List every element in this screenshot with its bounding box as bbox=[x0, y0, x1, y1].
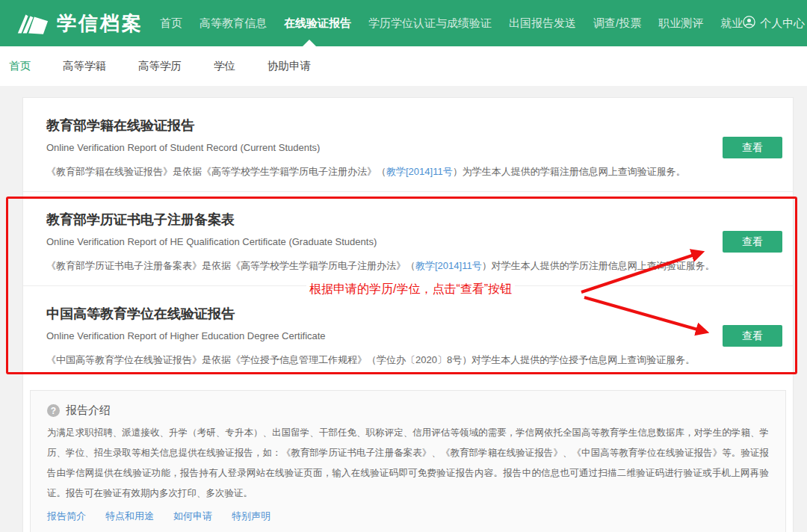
regulation-link[interactable]: 教学[2014]11号 bbox=[386, 166, 453, 177]
report-description: 《中国高等教育学位在线验证报告》是依据《学位授予信息管理工作规程》（学位办〔20… bbox=[46, 353, 782, 366]
report-subtitle-en: Online Verification Report of Student Re… bbox=[46, 142, 782, 154]
sub-nav-student-record[interactable]: 高等学籍 bbox=[63, 59, 106, 73]
active-tab-notch bbox=[303, 40, 316, 46]
sub-nav-degree[interactable]: 学位 bbox=[214, 59, 235, 73]
desc-text: 《中国高等教育学位在线验证报告》是依据《学位授予信息管理工作规程》（学位办〔20… bbox=[46, 354, 695, 365]
report-subtitle-en: Online Verification Report of Higher Edu… bbox=[46, 330, 782, 342]
brand-name: 学信档案 bbox=[57, 10, 143, 37]
intro-paragraph: 为满足求职招聘、派遣接收、升学（考研、专升本）、出国留学、干部任免、职称评定、信… bbox=[47, 423, 769, 504]
regulation-link[interactable]: 教学[2014]11号 bbox=[415, 260, 482, 271]
sub-nav-home[interactable]: 首页 bbox=[9, 59, 31, 73]
top-nav-home[interactable]: 首页 bbox=[160, 16, 182, 31]
report-qualification-certificate: 教育部学历证书电子注册备案表 Online Verification Repor… bbox=[23, 191, 793, 285]
intro-links: 报告简介 特点和用途 如何申请 特别声明 bbox=[47, 510, 769, 523]
sub-nav-assisted-application[interactable]: 协助申请 bbox=[268, 59, 311, 73]
top-nav-survey-vote[interactable]: 调查/投票 bbox=[593, 16, 641, 31]
report-description: 《教育部学历证书电子注册备案表》是依据《高等学校学生学籍学历电子注册办法》（教学… bbox=[46, 259, 782, 272]
annotation-label: 根据申请的学历/学位，点击“查看”按钮 bbox=[306, 282, 515, 297]
main-card: 教育部学籍在线验证报告 Online Verification Report o… bbox=[22, 97, 794, 532]
top-nav-higher-education-info[interactable]: 高等教育信息 bbox=[200, 16, 267, 31]
intro-header: ? 报告介绍 bbox=[47, 403, 769, 418]
view-button-student-record[interactable]: 查看 bbox=[723, 137, 782, 158]
report-intro-panel: ? 报告介绍 为满足求职招聘、派遣接收、升学（考研、专升本）、出国留学、干部任免… bbox=[30, 390, 786, 532]
report-degree-certificate: 中国高等教育学位在线验证报告 Online Verification Repor… bbox=[23, 285, 793, 380]
top-nav: 首页 高等教育信息 在线验证报告 学历学位认证与成绩验证 出国报告发送 调查/投… bbox=[160, 16, 743, 31]
top-header: 学信档案 首页 高等教育信息 在线验证报告 学历学位认证与成绩验证 出国报告发送… bbox=[0, 0, 807, 46]
top-nav-career-test[interactable]: 职业测评 bbox=[658, 16, 703, 31]
user-menu[interactable]: 个人中心 bbox=[743, 16, 807, 31]
top-nav-credential-authentication[interactable]: 学历学位认证与成绩验证 bbox=[368, 16, 492, 31]
brand-logo[interactable]: 学信档案 bbox=[15, 10, 143, 37]
top-nav-overseas-report[interactable]: 出国报告发送 bbox=[509, 16, 576, 31]
desc-text: 《教育部学籍在线验证报告》是依据《高等学校学生学籍学历电子注册办法》（ bbox=[46, 166, 386, 177]
link-special-statement[interactable]: 特别声明 bbox=[232, 510, 270, 523]
view-button-degree[interactable]: 查看 bbox=[723, 325, 782, 347]
link-how-to-apply[interactable]: 如何申请 bbox=[173, 510, 212, 523]
intro-title: 报告介绍 bbox=[66, 403, 111, 418]
paper-stack-icon bbox=[15, 10, 49, 37]
user-icon bbox=[743, 16, 755, 31]
report-description: 《教育部学籍在线验证报告》是依据《高等学校学生学籍学历电子注册办法》（教学[20… bbox=[46, 165, 782, 178]
report-title: 中国高等教育学位在线验证报告 bbox=[46, 306, 782, 322]
desc-text: 《教育部学历证书电子注册备案表》是依据《高等学校学生学籍学历电子注册办法》（ bbox=[46, 260, 415, 271]
view-button-qualification[interactable]: 查看 bbox=[723, 231, 782, 253]
top-nav-online-verification-report[interactable]: 在线验证报告 bbox=[284, 16, 351, 31]
report-subtitle-en: Online Verification Report of HE Qualifi… bbox=[46, 236, 782, 248]
desc-text: ）对学生本人提供的学历注册信息网上查询验证服务。 bbox=[482, 260, 715, 271]
report-title: 教育部学历证书电子注册备案表 bbox=[46, 212, 782, 228]
desc-text: ）为学生本人提供的学籍注册信息网上查询验证服务。 bbox=[453, 166, 686, 177]
link-features-uses[interactable]: 特点和用途 bbox=[105, 510, 154, 523]
link-report-overview[interactable]: 报告简介 bbox=[47, 510, 86, 523]
report-student-record: 教育部学籍在线验证报告 Online Verification Report o… bbox=[23, 98, 793, 191]
top-nav-employment[interactable]: 就业 bbox=[720, 16, 743, 31]
sub-nav-qualification[interactable]: 高等学历 bbox=[138, 59, 182, 73]
report-title: 教育部学籍在线验证报告 bbox=[46, 118, 782, 134]
sub-nav: 首页 高等学籍 高等学历 学位 协助申请 bbox=[0, 46, 807, 86]
question-circle-icon: ? bbox=[47, 404, 60, 417]
user-menu-label: 个人中心 bbox=[760, 16, 805, 31]
